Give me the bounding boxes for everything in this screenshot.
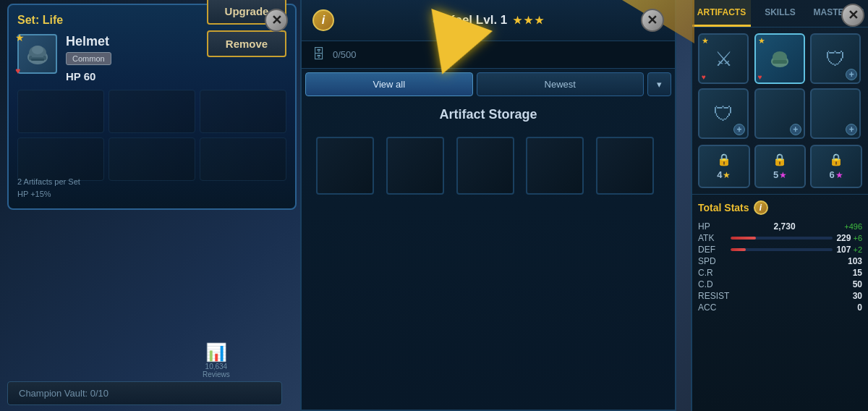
stat-name-atk: ATK (698, 233, 727, 243)
info-button[interactable]: i (312, 9, 334, 31)
slot-heart-2: ♥ (758, 73, 762, 81)
tab-skills[interactable]: SKILLS (751, 0, 809, 27)
svg-point-4 (32, 46, 43, 54)
stat-bar-atk (731, 237, 833, 240)
slot-plus-3[interactable]: + (846, 69, 857, 80)
item-name: Helmet (66, 34, 111, 49)
storage-title: Artifact Storage (302, 96, 675, 130)
storage-slot-5[interactable] (596, 137, 654, 195)
level-slot-6[interactable]: 🔒 6 ★ (810, 145, 862, 188)
reviews-area[interactable]: 📊 10,634 Reviews (203, 342, 230, 378)
main-close-button[interactable]: ✕ (841, 4, 864, 27)
svg-rect-3 (31, 59, 44, 61)
heart-badge: ♥ (15, 66, 20, 76)
artifact-modal: i ♂ Kael Lvl. 1 ★ ★ ★ ✕ 🗄 0/500 View all… (300, 0, 676, 411)
stat-bonus-atk: +6 (853, 234, 862, 242)
item-info: Helmet Common HP 60 (66, 34, 111, 82)
set-info-line2: HP +15% (17, 188, 80, 200)
artifact-counter: 0/500 (333, 49, 357, 60)
counter-bar: 🗄 0/500 (302, 41, 675, 69)
reviews-icon: 📊 (203, 342, 230, 363)
stat-value-hp: 2,730 (774, 221, 796, 232)
level-slot-5[interactable]: 🔒 5 ★ (754, 145, 807, 188)
newest-tab[interactable]: Newest (477, 72, 644, 96)
left-slot-6 (200, 137, 286, 181)
champion-title: ♂ Kael Lvl. 1 ★ ★ ★ (431, 13, 545, 28)
stats-info-button[interactable]: i (754, 200, 768, 215)
level-5-stars: 5 ★ (773, 169, 787, 180)
left-artifact-grid (17, 90, 286, 181)
armor-icon: 🛡 (713, 102, 733, 126)
stat-bar-fill-atk (731, 237, 756, 240)
stat-row-resist: RESIST 30 (698, 290, 862, 302)
reviews-label: Reviews (203, 370, 230, 378)
close-icon: ✕ (647, 12, 658, 28)
slot-plus-5[interactable]: + (790, 124, 801, 135)
stat-name-resist: RESIST (698, 291, 734, 301)
level-6-stars: 6 ★ (830, 169, 843, 180)
stat-name-acc: ACC (698, 302, 727, 313)
level-slots: 🔒 4 ★ 🔒 5 ★ 🔒 6 ★ (692, 145, 868, 194)
stat-bonus-hp: +496 (844, 222, 862, 231)
stat-row-hp: HP 2,730 +496 (698, 221, 862, 232)
reviews-count: 10,634 (203, 363, 230, 370)
stat-name-spd: SPD (698, 256, 727, 266)
stat-value-cr: 15 (853, 268, 862, 278)
stat-name-hp: HP (698, 221, 727, 232)
equipped-slot-1[interactable]: ★ ⚔ ♥ (698, 33, 749, 84)
more-filters-button[interactable]: ▾ (647, 72, 671, 96)
artifact-storage-grid (302, 130, 675, 202)
view-all-tab[interactable]: View all (305, 72, 473, 96)
set-panel-close-button[interactable]: ✕ (265, 9, 288, 32)
left-slot-3 (200, 90, 286, 133)
right-panel: ARTIFACTS SKILLS MASTERIES ★ ⚔ ♥ ★ ♥ (691, 0, 868, 411)
svg-rect-8 (773, 60, 787, 64)
equipped-slot-3[interactable]: + 🛡 (810, 33, 861, 84)
equipped-slot-4[interactable]: + 🛡 (698, 88, 749, 139)
stats-table: HP 2,730 +496 ATK 229 +6 DEF 107 +2 (698, 221, 862, 313)
equipped-slot-5[interactable]: + (754, 88, 805, 139)
close-icon: ✕ (848, 7, 859, 23)
champion-vault-text: Champion Vault: 0/10 (19, 388, 109, 399)
stat-bar-def (731, 248, 833, 251)
lock-icon-6: 🔒 (829, 153, 843, 166)
storage-slot-1[interactable] (316, 137, 374, 195)
equipped-slot-2[interactable]: ★ ♥ (754, 33, 805, 84)
stat-value-atk: 229 (836, 233, 851, 243)
stat-value-cd: 50 (853, 279, 862, 289)
storage-slot-3[interactable] (456, 137, 514, 195)
remove-button[interactable]: Remove (207, 30, 286, 57)
slot-star-2: ★ (758, 36, 765, 46)
stat-row-atk: ATK 229 +6 (698, 232, 862, 244)
champion-stars: ★ ★ ★ (513, 14, 544, 26)
stat-value-resist: 30 (853, 291, 862, 301)
set-panel: Set: Life ★ ♥ Helmet Common HP 60 Upgrad… (7, 4, 297, 210)
slot-star-1: ★ (702, 36, 709, 46)
champion-vault: Champion Vault: 0/10 (7, 381, 282, 405)
storage-slot-2[interactable] (386, 137, 444, 195)
equipped-slot-6[interactable]: + (810, 88, 861, 139)
stat-value-def: 107 (836, 245, 851, 255)
stat-name-cd: C.D (698, 279, 727, 289)
left-slot-4 (17, 137, 104, 181)
helmet-slot-icon (765, 44, 794, 73)
level-slot-4[interactable]: 🔒 4 ★ (698, 145, 750, 188)
set-info-line1: 2 Artifacts per Set (17, 176, 80, 188)
stat-name-cr: C.R (698, 268, 727, 278)
total-stats-label: Total Stats (698, 202, 749, 213)
helmet-icon: ★ ♥ (17, 34, 57, 74)
left-slot-1 (17, 90, 104, 133)
stat-row-def: DEF 107 +2 (698, 244, 862, 255)
sword-icon: ⚔ (715, 47, 733, 71)
stat-row-acc: ACC 0 (698, 302, 862, 313)
svg-rect-5 (32, 54, 43, 57)
item-stat: HP 60 (66, 70, 111, 82)
total-stats-header: Total Stats i (698, 200, 862, 215)
tab-artifacts[interactable]: ARTIFACTS (692, 0, 751, 27)
slot-plus-4[interactable]: + (733, 124, 745, 135)
modal-close-button[interactable]: ✕ (641, 9, 664, 32)
stat-row-spd: SPD 103 (698, 255, 862, 267)
storage-slot-4[interactable] (526, 137, 584, 195)
slot-plus-6[interactable]: + (846, 124, 857, 135)
equipped-artifacts-grid: ★ ⚔ ♥ ★ ♥ + 🛡 + 🛡 + + (692, 27, 868, 145)
